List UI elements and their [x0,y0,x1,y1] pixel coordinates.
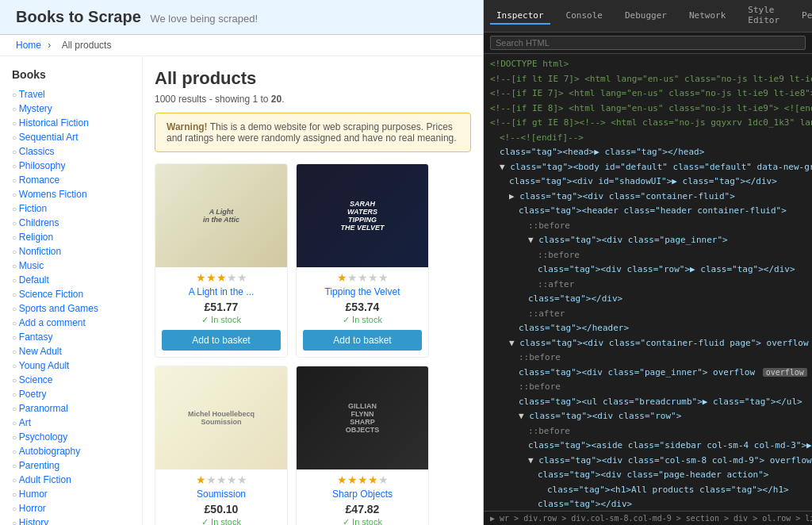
sidebar-category: Womens Fiction [12,187,130,201]
sidebar-category: Mystery [12,102,130,116]
sidebar-category: Childrens [12,216,130,230]
sidebar-item-parenting[interactable]: Parenting [19,460,59,471]
sidebar-item-poetry[interactable]: Poetry [19,389,47,400]
html-line[interactable]: ::before [484,424,812,439]
html-line[interactable]: class="tag"></header> [484,321,812,336]
sidebar-item-classics[interactable]: Classics [19,146,55,157]
html-line[interactable]: class="tag"></div> [484,292,812,307]
sidebar-category: Default [12,273,130,287]
html-line[interactable]: class="tag"><aside class="sidebar col-sm… [484,439,812,454]
product-stock: ✓ In stock [297,517,428,525]
html-line[interactable]: ::before [484,380,812,395]
sidebar-item-art[interactable]: Art [19,417,31,428]
sidebar-category: Romance [12,173,130,187]
html-line[interactable]: class="tag"><head>▶ class="tag"></head> [484,145,812,160]
sidebar-item-horror[interactable]: Horror [19,503,46,514]
product-card: Michel Houellebecq Soumission★★★★★Soumis… [155,366,288,525]
product-title[interactable]: Soumission [155,489,287,500]
html-line[interactable]: ▼ class="tag"><div class="col-sm-8 col-m… [484,454,812,469]
product-title[interactable]: Tipping the Velvet [297,286,428,297]
devtools-tab-inspector[interactable]: Inspector [490,8,550,25]
html-line[interactable]: ▶ class="tag"><div class="container-flui… [484,190,812,205]
product-title[interactable]: Sharp Objects [297,489,428,500]
add-basket-button[interactable]: Add to basket [303,330,421,351]
sidebar-item-autobiography[interactable]: Autobiography [19,446,80,457]
sidebar-category: Young Adult [12,358,130,373]
devtools-tab-performance[interactable]: Performance [795,8,812,25]
html-line[interactable]: <!--[if IE 7]> <html lang="en-us" class=… [484,86,812,102]
sidebar-category: Classics [12,144,130,159]
sidebar-category: Adult Fiction [12,473,130,487]
sidebar-item-science-fiction[interactable]: Science Fiction [19,289,83,300]
book-cover: SARAH WATERS TIPPING THE VELVET [297,164,428,267]
html-line[interactable]: ▼ class="tag"><body id="default" class="… [484,160,812,175]
product-price: £50.10 [155,503,287,515]
devtools-tab-debugger[interactable]: Debugger [619,8,673,25]
html-line[interactable]: class="tag"><div class="row">▶ class="ta… [484,262,812,278]
html-line[interactable]: ::after [484,307,812,322]
html-line[interactable]: ::before [484,248,812,263]
sidebar-item-psychology[interactable]: Psychology [19,431,67,443]
sidebar-item-religion[interactable]: Religion [19,232,53,243]
add-basket-button[interactable]: Add to basket [162,330,280,351]
sidebar-item-womens-fiction[interactable]: Womens Fiction [19,189,87,200]
sidebar-item-add-a-comment[interactable]: Add a comment [19,317,86,328]
html-line[interactable]: ::before [484,351,812,366]
product-stars: ★★★★★ [297,473,428,486]
sidebar-item-nonfiction[interactable]: Nonfiction [19,246,61,257]
sidebar-item-historical-fiction[interactable]: Historical Fiction [19,117,89,128]
devtools-breadcrumb: ▶ wr > div.row > div.col-sm-8.col-md-9 >… [484,511,812,525]
sidebar-item-sequential-art[interactable]: Sequential Art [19,132,79,143]
html-line[interactable]: class="tag"></div> [484,497,812,511]
sidebar-category: Philosophy [12,159,130,173]
sidebar-item-science[interactable]: Science [19,374,53,385]
html-line[interactable]: ▼ class="tag"><div class="container-flui… [484,336,812,351]
sidebar-item-romance[interactable]: Romance [19,174,59,186]
html-line[interactable]: class="tag"><header class="header contai… [484,204,812,219]
html-line[interactable]: ::before [484,219,812,234]
sidebar-item-travel[interactable]: Travel [19,89,45,100]
sidebar-item-philosophy[interactable]: Philosophy [19,160,66,171]
html-line[interactable]: class="tag"><div class="page-header acti… [484,468,812,483]
sidebar-item-sports-and-games[interactable]: Sports and Games [19,303,98,314]
breadcrumb-home[interactable]: Home [16,40,41,51]
book-cover: A Light in the Attic [155,164,287,267]
html-line[interactable]: class="tag"><div class="page_inner"> ove… [484,366,812,381]
devtools-tab-style editor[interactable]: Style Editor [741,2,786,29]
product-card: GILLIAN FLYNN SHARP OBJECTS★★★★★Sharp Ob… [296,366,429,525]
sidebar-item-young-adult[interactable]: Young Adult [19,360,70,371]
breadcrumb: Home › All products [0,35,483,56]
html-line[interactable]: ▼ class="tag"><div class="row"> [484,409,812,424]
html-line[interactable]: class="tag"><div id="shadowUI">▶ class="… [484,174,812,190]
sidebar-item-adult-fiction[interactable]: Adult Fiction [19,474,71,485]
html-line[interactable]: <!--[if lt IE 7]> <html lang="en-us" cla… [484,72,812,87]
sidebar-category: History [12,515,130,525]
sidebar-item-music[interactable]: Music [19,260,44,271]
devtools-tab-network[interactable]: Network [683,8,732,25]
sidebar-item-paranormal[interactable]: Paranormal [19,403,68,414]
html-line[interactable]: class="tag"><ul class="breadcrumb">▶ cla… [484,395,812,410]
product-price: £51.77 [155,301,287,313]
sidebar-item-default[interactable]: Default [19,274,49,285]
devtools-tabbar: InspectorConsoleDebuggerNetworkStyle Edi… [484,0,812,33]
product-stars: ★★★★★ [155,473,287,486]
html-line[interactable]: class="tag"><h1>All products class="tag"… [484,483,812,498]
html-line[interactable]: <!--[if gt IE 8]><!--> <html class="no-j… [484,116,812,131]
html-line[interactable]: ▼ class="tag"><div class="page_inner"> [484,233,812,248]
sidebar-item-history[interactable]: History [19,517,48,525]
sidebar-item-childrens[interactable]: Childrens [19,217,59,228]
sidebar-item-mystery[interactable]: Mystery [19,103,52,114]
sidebar-item-fantasy[interactable]: Fantasy [19,331,53,343]
html-search-input[interactable] [490,36,806,50]
product-title[interactable]: A Light in the ... [155,286,287,297]
sidebar-item-new-adult[interactable]: New Adult [19,346,62,357]
html-line[interactable]: ::after [484,278,812,293]
html-line[interactable]: <!--<![endif]--> [484,131,812,146]
sidebar-item-humor[interactable]: Humor [19,489,48,500]
devtools-tab-console[interactable]: Console [560,8,609,25]
sidebar-item-fiction[interactable]: Fiction [19,203,47,214]
html-line[interactable]: <!--[if IE 8]> <html lang="en-us" class=… [484,102,812,117]
devtools-panel: InspectorConsoleDebuggerNetworkStyle Edi… [484,0,812,525]
sidebar-category: Parenting [12,458,130,473]
html-line[interactable]: <!DOCTYPE html> [484,57,812,72]
